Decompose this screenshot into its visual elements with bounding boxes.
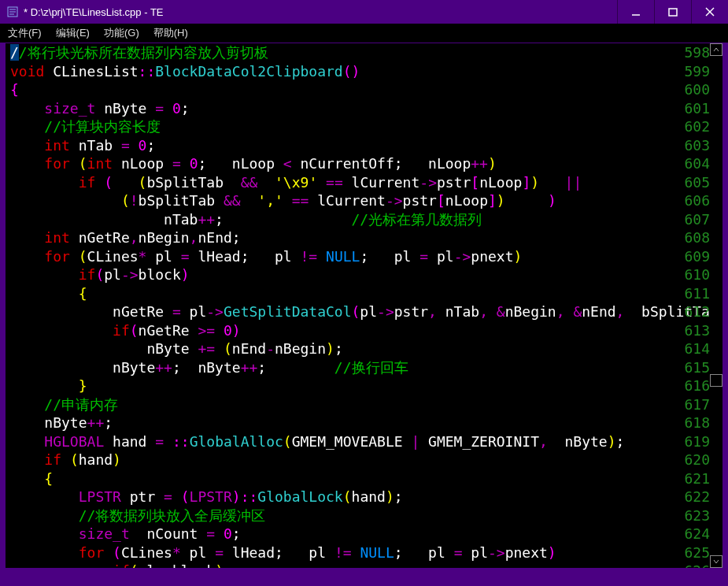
line-number: 625 — [684, 543, 710, 562]
line-number: 621 — [684, 469, 710, 488]
code-line[interactable]: if (hand) — [10, 451, 675, 469]
line-number: 600 — [684, 80, 710, 99]
horizontal-scrollbar[interactable] — [6, 568, 722, 580]
code-line[interactable]: for (CLines* pl = lHead; pl != NULL; pl … — [10, 247, 675, 266]
code-area[interactable]: //将行块光标所在数据列内容放入剪切板void CLinesList::Bloc… — [10, 43, 675, 580]
vertical-scrollbar[interactable] — [710, 43, 722, 568]
app-window: * D:\z\prj\TE\LinesList.cpp - TE 文件(F) 编… — [0, 0, 728, 586]
line-number: 624 — [684, 525, 710, 543]
code-line[interactable]: nByte++; — [10, 414, 675, 432]
line-number: 603 — [684, 136, 710, 155]
line-number: 606 — [684, 191, 710, 210]
line-number: 618 — [684, 414, 710, 432]
line-number: 598 — [684, 43, 710, 62]
code-line[interactable]: //将行块光标所在数据列内容放入剪切板 — [10, 43, 675, 62]
menu-func[interactable]: 功能(G) — [104, 26, 139, 40]
code-line[interactable]: void CLinesList::BlockDataCol2Clipboard(… — [10, 62, 675, 81]
scroll-down-button[interactable] — [710, 555, 722, 568]
code-line[interactable]: { — [10, 80, 675, 99]
svg-rect-5 — [669, 9, 677, 16]
code-line[interactable]: int nTab = 0; — [10, 136, 675, 155]
menu-file[interactable]: 文件(F) — [8, 26, 42, 40]
code-line[interactable]: } — [10, 376, 675, 395]
code-line[interactable]: if(nGetRe >= 0) — [10, 321, 675, 340]
code-line[interactable]: { — [10, 284, 675, 303]
menu-bar: 文件(F) 编辑(E) 功能(G) 帮助(H) — [0, 24, 728, 43]
line-number: 620 — [684, 451, 710, 469]
title-bar[interactable]: * D:\z\prj\TE\LinesList.cpp - TE — [0, 0, 728, 24]
line-number: 619 — [684, 432, 710, 451]
code-line[interactable]: (!bSplitTab && ',' == lCurrent->pstr[nLo… — [10, 191, 675, 210]
code-line[interactable]: //将数据列块放入全局缓冲区 — [10, 506, 675, 525]
code-line[interactable]: //申请内存 — [10, 395, 675, 414]
code-line[interactable]: nGetRe = pl->GetSplitDataCol(pl->pstr, n… — [10, 302, 675, 321]
code-line[interactable]: int nGetRe,nBegin,nEnd; — [10, 228, 675, 247]
code-line[interactable]: HGLOBAL hand = ::GlobalAlloc(GMEM_MOVEAB… — [10, 432, 675, 451]
line-number: 623 — [684, 506, 710, 525]
scroll-up-button[interactable] — [710, 43, 722, 56]
code-line[interactable]: size_t nByte = 0; — [10, 99, 675, 118]
code-line[interactable]: LPSTR ptr = (LPSTR)::GlobalLock(hand); — [10, 488, 675, 506]
window-buttons — [617, 0, 728, 24]
line-number: 609 — [684, 247, 710, 266]
app-icon — [6, 6, 19, 18]
line-number: 611 — [684, 284, 710, 303]
minimize-button[interactable] — [617, 0, 654, 24]
line-number: 617 — [684, 395, 710, 414]
maximize-button[interactable] — [654, 0, 691, 24]
line-number: 610 — [684, 265, 710, 284]
menu-edit[interactable]: 编辑(E) — [56, 26, 90, 40]
line-number: 622 — [684, 488, 710, 506]
close-button[interactable] — [691, 0, 728, 24]
line-number-gutter: 5985996006016026036046056066076086096106… — [684, 43, 710, 580]
code-line[interactable]: for (int nLoop = 0; nLoop < nCurrentOff;… — [10, 154, 675, 173]
code-line[interactable]: if ( (bSplitTab && '\x9' == lCurrent->ps… — [10, 173, 675, 192]
code-line[interactable]: size_t nCount = 0; — [10, 525, 675, 543]
code-line[interactable]: //计算块内容长度 — [10, 117, 675, 136]
code-line[interactable]: for (CLines* pl = lHead; pl != NULL; pl … — [10, 543, 675, 562]
window-title: * D:\z\prj\TE\LinesList.cpp - TE — [24, 6, 164, 18]
line-number: 608 — [684, 228, 710, 247]
scroll-thumb[interactable] — [710, 374, 722, 387]
code-line[interactable]: nTab++; //光标在第几数据列 — [10, 210, 675, 229]
editor-container: //将行块光标所在数据列内容放入剪切板void CLinesList::Bloc… — [5, 43, 723, 581]
line-number: 613 — [684, 321, 710, 340]
line-number: 614 — [684, 339, 710, 358]
code-line[interactable]: nByte += (nEnd-nBegin); — [10, 339, 675, 358]
line-number: 616 — [684, 376, 710, 395]
line-number: 612 — [684, 302, 710, 321]
code-line[interactable]: nByte++; nByte++; //换行回车 — [10, 358, 675, 377]
code-line[interactable]: if(pl->block) — [10, 265, 675, 284]
line-number: 601 — [684, 99, 710, 118]
menu-help[interactable]: 帮助(H) — [153, 26, 188, 40]
line-number: 605 — [684, 173, 710, 192]
line-number: 599 — [684, 62, 710, 81]
code-line[interactable]: { — [10, 469, 675, 488]
code-editor[interactable]: //将行块光标所在数据列内容放入剪切板void CLinesList::Bloc… — [6, 43, 722, 580]
line-number: 607 — [684, 210, 710, 229]
line-number: 602 — [684, 117, 710, 136]
line-number: 615 — [684, 358, 710, 377]
line-number: 604 — [684, 154, 710, 173]
